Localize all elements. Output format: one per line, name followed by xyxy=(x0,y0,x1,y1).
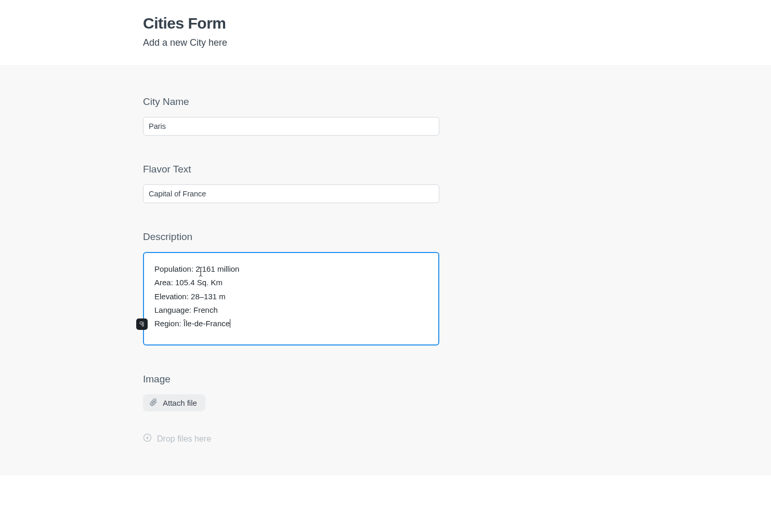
field-group-flavor-text: Flavor Text xyxy=(143,164,439,203)
flavor-text-input[interactable] xyxy=(143,184,439,203)
paragraph-icon[interactable] xyxy=(136,318,148,330)
page-title: Cities Form xyxy=(143,15,439,32)
page-subtitle: Add a new City here xyxy=(143,37,439,48)
city-name-label: City Name xyxy=(143,96,439,108)
description-editor[interactable]: Population: 2.161 millionArea: 105.4 Sq.… xyxy=(143,252,439,345)
field-group-city-name: City Name xyxy=(143,96,439,136)
description-label: Description xyxy=(143,231,439,243)
drop-files-hint: Drop files here xyxy=(143,433,439,444)
city-name-input[interactable] xyxy=(143,117,439,136)
field-group-image: Image Attach file Drop files here xyxy=(143,374,439,444)
image-label: Image xyxy=(143,374,439,385)
flavor-text-label: Flavor Text xyxy=(143,164,439,175)
field-group-description: Description Population: 2.161 millionAre… xyxy=(143,231,439,345)
form-area: City Name Flavor Text Description Popula… xyxy=(0,65,771,475)
drop-files-text: Drop files here xyxy=(157,434,211,444)
download-circle-icon xyxy=(143,433,152,444)
attach-file-button[interactable]: Attach file xyxy=(143,394,205,411)
attach-file-label: Attach file xyxy=(163,398,197,407)
paperclip-icon xyxy=(149,398,158,408)
